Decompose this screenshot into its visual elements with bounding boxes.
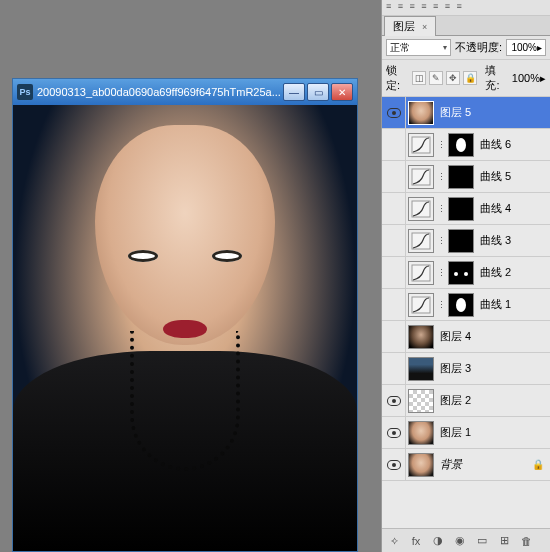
layer-row[interactable]: 图层 3 <box>382 353 550 385</box>
visibility-toggle[interactable] <box>382 321 406 352</box>
layer-row[interactable]: ⋮曲线 4 <box>382 193 550 225</box>
layer-mask-thumbnail[interactable] <box>448 197 474 221</box>
layer-thumbnail[interactable] <box>408 133 434 157</box>
titlebar[interactable]: Ps 20090313_ab00da0690a69ff969f6475hTmR2… <box>13 79 357 105</box>
layer-row[interactable]: 背景🔒 <box>382 449 550 481</box>
layers-list[interactable]: 图层 5⋮曲线 6⋮曲线 5⋮曲线 4⋮曲线 3⋮曲线 2⋮曲线 1图层 4图层… <box>382 97 550 528</box>
lock-icon: 🔒 <box>532 459 544 470</box>
eye-icon <box>387 428 401 438</box>
layer-name[interactable]: 图层 2 <box>436 393 550 408</box>
chevron-right-icon: ▸ <box>537 42 542 53</box>
fx-icon[interactable]: fx <box>408 533 424 549</box>
chevron-down-icon: ▾ <box>443 43 447 52</box>
fill-field[interactable]: 100%▸ <box>512 72 546 85</box>
layer-name[interactable]: 图层 1 <box>436 425 550 440</box>
layer-name[interactable]: 曲线 2 <box>476 265 550 280</box>
lock-label: 锁定: <box>386 63 408 93</box>
svg-rect-1 <box>412 169 430 185</box>
lock-transparent-icon[interactable]: ◫ <box>412 71 426 85</box>
svg-rect-5 <box>412 297 430 313</box>
layer-thumbnail[interactable] <box>408 325 434 349</box>
layer-name[interactable]: 图层 4 <box>436 329 550 344</box>
layer-thumbnail[interactable] <box>408 293 434 317</box>
layer-mask-thumbnail[interactable] <box>448 133 474 157</box>
lock-row: 锁定: ◫ ✎ ✥ 🔒 填充: 100%▸ <box>382 60 550 97</box>
adjustment-icon[interactable]: ◉ <box>452 533 468 549</box>
trash-icon[interactable]: 🗑 <box>518 533 534 549</box>
layer-name[interactable]: 曲线 5 <box>476 169 550 184</box>
layer-row[interactable]: 图层 5 <box>382 97 550 129</box>
layer-thumbnail[interactable] <box>408 229 434 253</box>
visibility-toggle[interactable] <box>382 417 406 448</box>
layer-name[interactable]: 曲线 3 <box>476 233 550 248</box>
layer-row[interactable]: ⋮曲线 1 <box>382 289 550 321</box>
tab-layers[interactable]: 图层 × <box>384 16 436 36</box>
svg-rect-0 <box>412 137 430 153</box>
layer-thumbnail[interactable] <box>408 165 434 189</box>
blend-mode-value: 正常 <box>390 41 410 55</box>
link-icon[interactable]: ⋮ <box>436 268 446 278</box>
visibility-toggle[interactable] <box>382 449 406 480</box>
close-button[interactable]: ✕ <box>331 83 353 101</box>
add-mask-icon[interactable]: ◑ <box>430 533 446 549</box>
eye-icon <box>387 396 401 406</box>
panel-menubar[interactable]: ≡ ≡ ≡ ≡ ≡ ≡ ≡ <box>382 0 550 16</box>
layer-thumbnail[interactable] <box>408 261 434 285</box>
link-icon[interactable]: ⋮ <box>436 300 446 310</box>
visibility-toggle[interactable] <box>382 97 406 128</box>
lock-pixels-icon[interactable]: ✎ <box>429 71 443 85</box>
layer-row[interactable]: ⋮曲线 6 <box>382 129 550 161</box>
layer-row[interactable]: 图层 1 <box>382 417 550 449</box>
group-icon[interactable]: ▭ <box>474 533 490 549</box>
layer-mask-thumbnail[interactable] <box>448 261 474 285</box>
layer-row[interactable]: ⋮曲线 3 <box>382 225 550 257</box>
link-icon[interactable]: ⋮ <box>436 140 446 150</box>
blend-mode-dropdown[interactable]: 正常 ▾ <box>386 39 451 56</box>
lock-position-icon[interactable]: ✥ <box>446 71 460 85</box>
layer-mask-thumbnail[interactable] <box>448 229 474 253</box>
visibility-toggle[interactable] <box>382 353 406 384</box>
visibility-toggle[interactable] <box>382 289 406 320</box>
layer-thumbnail[interactable] <box>408 389 434 413</box>
tab-close-icon[interactable]: × <box>422 22 427 32</box>
link-layers-icon[interactable]: ⟡ <box>386 533 402 549</box>
visibility-toggle[interactable] <box>382 385 406 416</box>
layer-row[interactable]: ⋮曲线 5 <box>382 161 550 193</box>
layer-row[interactable]: ⋮曲线 2 <box>382 257 550 289</box>
chevron-right-icon: ▸ <box>540 72 546 84</box>
layer-name[interactable]: 曲线 4 <box>476 201 550 216</box>
new-layer-icon[interactable]: ⊞ <box>496 533 512 549</box>
layer-thumbnail[interactable] <box>408 421 434 445</box>
visibility-toggle[interactable] <box>382 225 406 256</box>
layer-name[interactable]: 图层 5 <box>436 105 550 120</box>
visibility-toggle[interactable] <box>382 257 406 288</box>
opacity-field[interactable]: 100%▸ <box>506 39 546 56</box>
layer-name[interactable]: 曲线 1 <box>476 297 550 312</box>
visibility-toggle[interactable] <box>382 161 406 192</box>
link-icon[interactable]: ⋮ <box>436 236 446 246</box>
layer-thumbnail[interactable] <box>408 197 434 221</box>
visibility-toggle[interactable] <box>382 129 406 160</box>
layer-thumbnail[interactable] <box>408 101 434 125</box>
visibility-toggle[interactable] <box>382 193 406 224</box>
layer-mask-thumbnail[interactable] <box>448 293 474 317</box>
app-icon: Ps <box>17 84 33 100</box>
layer-name[interactable]: 曲线 6 <box>476 137 550 152</box>
canvas[interactable] <box>13 105 357 551</box>
link-icon[interactable]: ⋮ <box>436 204 446 214</box>
layer-row[interactable]: 图层 4 <box>382 321 550 353</box>
maximize-button[interactable]: ▭ <box>307 83 329 101</box>
blend-row: 正常 ▾ 不透明度: 100%▸ <box>382 36 550 60</box>
link-icon[interactable]: ⋮ <box>436 172 446 182</box>
layer-name[interactable]: 图层 3 <box>436 361 550 376</box>
fill-value: 100% <box>512 72 540 84</box>
layer-row[interactable]: 图层 2 <box>382 385 550 417</box>
layer-thumbnail[interactable] <box>408 453 434 477</box>
layer-name[interactable]: 背景 <box>436 457 532 472</box>
layer-thumbnail[interactable] <box>408 357 434 381</box>
layer-mask-thumbnail[interactable] <box>448 165 474 189</box>
svg-rect-2 <box>412 201 430 217</box>
lock-all-icon[interactable]: 🔒 <box>463 71 477 85</box>
tab-label: 图层 <box>393 20 415 32</box>
minimize-button[interactable]: — <box>283 83 305 101</box>
